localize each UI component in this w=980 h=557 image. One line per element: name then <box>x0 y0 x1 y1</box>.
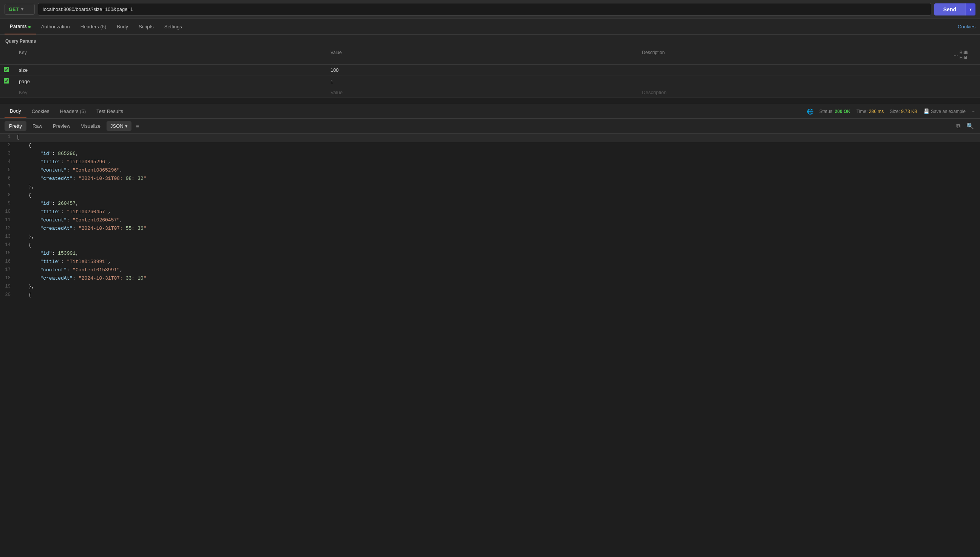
line-content: { <box>16 142 31 148</box>
line-number: 18 <box>0 275 16 281</box>
code-line: 9 "id": 260457, <box>0 200 980 208</box>
query-params-section: Query Params Key Value Description ··· B… <box>0 35 980 98</box>
line-number: 7 <box>0 184 16 190</box>
col-key: Key <box>15 48 327 62</box>
code-line: 13 }, <box>0 233 980 242</box>
line-content: [ <box>16 134 20 140</box>
save-example-button[interactable]: 💾 Save as example <box>923 108 965 114</box>
empty-value[interactable]: Value <box>327 87 639 98</box>
tab-scripts[interactable]: Scripts <box>133 19 159 34</box>
line-number: 11 <box>0 217 16 223</box>
format-tab-preview[interactable]: Preview <box>48 121 75 131</box>
filter-icon[interactable]: ≡ <box>133 121 142 131</box>
row2-actions <box>950 79 980 84</box>
format-tab-visualize[interactable]: Visualize <box>76 121 105 131</box>
method-label: GET <box>9 7 19 12</box>
row2-checkbox-cell[interactable] <box>0 76 15 87</box>
line-number: 14 <box>0 242 16 248</box>
more-options-icon[interactable]: ··· <box>972 109 975 114</box>
row2-checkbox[interactable] <box>4 78 9 83</box>
table-row-empty: Key Value Description <box>0 87 980 98</box>
request-tabs-bar: Params Authorization Headers (6) Body Sc… <box>0 19 980 35</box>
send-arrow-button[interactable]: ▾ <box>965 3 975 15</box>
tab-authorization[interactable]: Authorization <box>36 19 75 34</box>
line-content: { <box>16 242 31 248</box>
time-value: 286 ms <box>869 109 884 114</box>
line-content: "title": "Title0260457", <box>16 208 111 215</box>
send-button[interactable]: Send <box>934 3 965 15</box>
empty-description[interactable]: Description <box>638 87 950 98</box>
line-content: "content": "Content0865296", <box>16 167 123 173</box>
response-meta: 🌐 Status: 200 OK Time: 286 ms Size: 9.73… <box>807 108 975 114</box>
row2-value[interactable]: 1 <box>327 77 639 86</box>
line-content: }, <box>16 283 34 290</box>
code-line: 1 [ <box>0 134 980 142</box>
method-chevron: ▾ <box>21 7 23 12</box>
search-icon[interactable]: 🔍 <box>965 121 975 131</box>
more-dots-icon[interactable]: ··· <box>954 52 958 58</box>
row1-key[interactable]: size <box>15 65 327 75</box>
code-line: 12 "createdAt": "2024-10-31T07: 55: 36" <box>0 225 980 233</box>
line-number: 4 <box>0 159 16 165</box>
line-number: 8 <box>0 192 16 198</box>
section-spacer <box>0 98 980 104</box>
line-number: 6 <box>0 175 16 181</box>
tab-body[interactable]: Body <box>111 19 133 34</box>
size-value: 9.73 KB <box>901 109 917 114</box>
response-tab-body[interactable]: Body <box>5 104 26 118</box>
col-checkbox <box>0 48 15 62</box>
row1-checkbox[interactable] <box>4 67 9 72</box>
code-line: 6 "createdAt": "2024-10-31T08: 08: 32" <box>0 175 980 184</box>
line-number: 17 <box>0 267 16 273</box>
line-number: 12 <box>0 225 16 231</box>
tab-headers[interactable]: Headers (6) <box>75 19 112 34</box>
line-content: "title": "Title0153991", <box>16 259 111 265</box>
row1-value[interactable]: 100 <box>327 65 639 75</box>
cookies-link[interactable]: Cookies <box>958 24 975 29</box>
line-content: "id": 865296, <box>16 150 79 157</box>
send-button-group: Send ▾ <box>934 3 975 15</box>
json-format-selector[interactable]: JSON ▾ <box>107 121 132 131</box>
status-value: 200 OK <box>835 109 850 114</box>
code-line: 4 "title": "Title0865296", <box>0 159 980 167</box>
json-chevron-icon: ▾ <box>125 123 128 129</box>
tab-settings[interactable]: Settings <box>159 19 187 34</box>
headers-badge: (6) <box>100 24 106 29</box>
line-number: 1 <box>0 134 16 140</box>
line-content: "id": 153991, <box>16 250 79 257</box>
url-input[interactable] <box>38 3 931 15</box>
bulk-edit-label[interactable]: Bulk Edit <box>960 50 976 60</box>
code-line: 7 }, <box>0 184 980 192</box>
bulk-edit-cell: ··· Bulk Edit <box>950 48 980 62</box>
code-line: 11 "content": "Content0260457", <box>0 217 980 225</box>
line-content: "createdAt": "2024-10-31T07: 55: 36" <box>16 225 146 232</box>
line-number: 16 <box>0 259 16 264</box>
line-content: "content": "Content0260457", <box>16 217 123 223</box>
empty-checkbox-cell <box>0 90 15 95</box>
line-number: 13 <box>0 233 16 239</box>
col-value: Value <box>327 48 639 62</box>
url-bar: GET ▾ Send ▾ <box>0 0 980 19</box>
response-tab-headers[interactable]: Headers (5) <box>55 105 91 118</box>
empty-key[interactable]: Key <box>15 87 327 98</box>
row1-description[interactable] <box>638 68 950 73</box>
format-tab-pretty[interactable]: Pretty <box>5 121 26 131</box>
row2-description[interactable] <box>638 79 950 84</box>
response-tab-test-results[interactable]: Test Results <box>91 105 128 118</box>
code-line: 10 "title": "Title0260457", <box>0 208 980 217</box>
format-tab-raw[interactable]: Raw <box>28 121 47 131</box>
copy-icon[interactable]: ⧉ <box>955 121 962 131</box>
response-tab-cookies[interactable]: Cookies <box>26 105 55 118</box>
size-label: Size: 9.73 KB <box>890 109 917 114</box>
row1-checkbox-cell[interactable] <box>0 65 15 76</box>
status-label: Status: 200 OK <box>819 109 850 114</box>
line-number: 3 <box>0 150 16 156</box>
tab-params[interactable]: Params <box>5 19 36 34</box>
line-number: 9 <box>0 200 16 206</box>
line-number: 2 <box>0 142 16 148</box>
row2-key[interactable]: page <box>15 77 327 86</box>
globe-icon[interactable]: 🌐 <box>807 108 813 114</box>
response-section: Body Cookies Headers (5) Test Results 🌐 … <box>0 104 980 547</box>
method-selector[interactable]: GET ▾ <box>5 4 35 15</box>
code-view[interactable]: 1 [ 2 { 3 "id": 865296, 4 "title": "Titl… <box>0 134 980 547</box>
